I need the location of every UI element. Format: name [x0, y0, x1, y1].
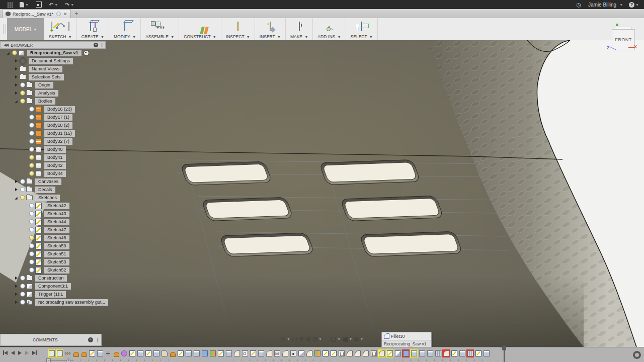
timeline-feature-sketch-icon[interactable]	[249, 349, 257, 357]
toolbar-group-add-ins[interactable]: ADD-INS ▼	[313, 18, 346, 40]
timeline-feature-sketch-icon[interactable]	[450, 349, 458, 357]
timeline-feature-extrude-icon[interactable]	[426, 349, 434, 357]
collapsed-triangle-icon[interactable]	[13, 293, 19, 296]
visibility-bulb-icon[interactable]	[19, 292, 26, 297]
timeline-settings-gear-icon[interactable]	[634, 352, 640, 358]
timeline-feature-split-icon[interactable]	[209, 349, 216, 357]
go-to-start-button[interactable]	[3, 350, 8, 355]
visibility-bulb-icon[interactable]	[28, 219, 35, 224]
browser-item-label[interactable]: Body44	[44, 170, 66, 177]
visibility-bulb-icon[interactable]	[19, 195, 26, 200]
toolbar-group-label[interactable]: CONSTRUCT ▼	[184, 34, 216, 39]
step-back-button[interactable]	[11, 351, 15, 355]
browser-item-analysis[interactable]: Analysis	[0, 89, 106, 97]
timeline-feature-extrude-icon[interactable]	[257, 349, 265, 357]
timeline-feature-fillet-icon[interactable]	[233, 349, 240, 357]
clock-icon[interactable]: ◷	[576, 2, 581, 8]
browser-item-body42[interactable]: Body42	[0, 161, 106, 169]
toolbar-group-label[interactable]: INSERT ▼	[260, 34, 281, 39]
user-account-menu[interactable]: Jamie Billing	[588, 2, 616, 8]
add-comment-icon[interactable]: +	[88, 337, 93, 342]
toolbar-group-inspect[interactable]: INSPECT ▼	[221, 18, 255, 40]
apps-grid-icon[interactable]	[7, 2, 13, 8]
timeline-feature-combine-icon[interactable]	[201, 349, 208, 357]
timeline-feature-comp-icon[interactable]	[48, 349, 55, 357]
browser-item-label[interactable]: Decals	[35, 187, 55, 193]
timeline-feature-extrude-icon[interactable]	[136, 349, 144, 357]
browser-item-label[interactable]: Canvases	[35, 178, 61, 185]
browser-item-body44[interactable]: Body44	[0, 169, 106, 177]
vent-hole[interactable]	[201, 197, 293, 221]
timeline-feature-revolve-icon[interactable]	[160, 349, 168, 357]
visibility-bulb-icon[interactable]	[28, 115, 35, 120]
browser-item-body18-2-[interactable]: Body18 (2)	[0, 121, 106, 129]
timeline-feature-pattern-icon[interactable]	[434, 349, 442, 357]
collapsed-triangle-icon[interactable]	[13, 301, 19, 304]
measure-icon[interactable]	[237, 22, 238, 31]
vent-hole[interactable]	[359, 231, 463, 256]
browser-item-sketch48[interactable]: Sketch48	[0, 234, 106, 242]
timeline-feature-fillet-icon[interactable]	[378, 349, 385, 357]
timeline-feature-box-icon[interactable]	[241, 349, 249, 357]
collapse-panel-icon[interactable]: ◀◀	[4, 43, 8, 47]
visibility-bulb-icon[interactable]	[28, 251, 35, 256]
timeline-position-marker[interactable]	[504, 345, 505, 362]
comments-grip-icon[interactable]: ❙	[96, 337, 100, 342]
sketch-create-icon[interactable]	[51, 22, 52, 31]
expanded-triangle-icon[interactable]: ◢	[13, 196, 19, 200]
browser-item-reciprocating-saw-assembly-gut-[interactable]: reciprocating saw assembly gut...	[0, 298, 106, 306]
visibility-bulb-icon[interactable]	[28, 267, 35, 273]
browser-item-label[interactable]: Sketch42	[44, 203, 69, 209]
visibility-bulb-icon[interactable]	[28, 163, 35, 168]
expanded-triangle-icon[interactable]: ◢	[5, 51, 11, 55]
browser-grip-icon[interactable]: ❙	[100, 43, 104, 47]
visibility-bulb-icon[interactable]	[28, 155, 35, 160]
redo-icon[interactable]: ↷▼	[65, 2, 74, 8]
timeline-feature-extrude-icon[interactable]	[185, 349, 192, 357]
browser-item-component3-1[interactable]: Component3:1	[0, 282, 106, 290]
visibility-bulb-icon[interactable]	[28, 171, 35, 176]
collapsed-triangle-icon[interactable]	[13, 92, 19, 95]
timeline-feature-joint-icon[interactable]	[80, 349, 88, 357]
visibility-bulb-icon[interactable]	[19, 82, 26, 87]
toolbar-group-modify[interactable]: MODIFY ▼	[109, 18, 141, 40]
timeline-feature-chamfer-icon[interactable]	[297, 349, 305, 357]
browser-item-origin[interactable]: Origin	[0, 81, 106, 89]
vent-hole[interactable]	[340, 196, 444, 221]
timeline-feature-fillet-icon[interactable]	[305, 349, 313, 357]
fit-icon[interactable]: ◎▼	[312, 336, 321, 342]
timeline-feature-joint-icon[interactable]	[112, 349, 120, 357]
timeline-feature-extrude-icon[interactable]	[418, 349, 426, 357]
toolbar-group-sketch[interactable]: SKETCH ▼	[44, 18, 77, 40]
browser-item-sketch42[interactable]: Sketch42	[0, 202, 106, 210]
timeline-feature-sketch-icon[interactable]	[88, 349, 96, 357]
form-icon[interactable]	[95, 22, 96, 31]
timeline-feature-hole-icon[interactable]	[289, 349, 297, 357]
toolbar-group-label[interactable]: SELECT ▼	[351, 34, 373, 39]
rectangle-icon[interactable]	[68, 22, 69, 31]
undo-icon[interactable]: ↶▼	[49, 2, 58, 8]
pan-icon[interactable]: ✛	[299, 336, 304, 342]
file-menu-icon[interactable]: ▼	[20, 2, 29, 8]
browser-item-label[interactable]: Sketch48	[44, 235, 69, 241]
browser-item-label[interactable]: Body17 (1)	[44, 114, 72, 121]
toolbar-group-construct[interactable]: CONSTRUCT ▼	[179, 18, 221, 40]
extrude-icon[interactable]	[90, 22, 91, 31]
timeline-feature-comp-icon[interactable]	[56, 349, 63, 357]
timeline-feature-mirror-icon[interactable]: ⋈	[273, 349, 281, 357]
browser-item-sketch51[interactable]: Sketch51	[0, 250, 106, 258]
browser-item-body17-1-[interactable]: Body17 (1)	[0, 113, 106, 121]
timeline-feature-split-icon[interactable]	[313, 349, 321, 357]
toolbar-group-label[interactable]: ADD-INS ▼	[317, 34, 341, 39]
browser-item-label[interactable]: Sketch51	[44, 251, 69, 257]
browser-item-sketch53[interactable]: Sketch53	[0, 258, 106, 266]
browser-item-body31-15-[interactable]: Body31 (15)	[0, 129, 106, 137]
expanded-triangle-icon[interactable]: ◢	[13, 100, 19, 103]
browser-item-body40[interactable]: Body40	[0, 145, 106, 153]
timeline-feature-sketch-icon[interactable]	[177, 349, 184, 357]
save-icon[interactable]	[36, 2, 42, 8]
browser-item-sketch43[interactable]: Sketch43	[0, 210, 106, 218]
visibility-bulb-icon[interactable]	[19, 284, 26, 289]
document-tab[interactable]: Reciproc..._Saw v1* ✕	[2, 9, 71, 18]
timeline-feature-extrude-icon[interactable]	[96, 349, 104, 357]
